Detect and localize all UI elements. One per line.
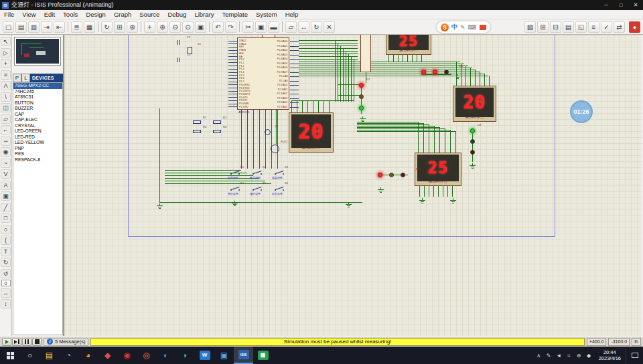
paste-icon[interactable]: ▬ bbox=[268, 21, 279, 33]
menu-edit[interactable]: Edit bbox=[40, 10, 59, 19]
resistor-pack[interactable] bbox=[360, 35, 371, 72]
led-red-off-icon[interactable] bbox=[444, 70, 449, 74]
ime-pen-icon[interactable]: ✎ bbox=[460, 24, 466, 31]
capacitor[interactable] bbox=[177, 40, 180, 45]
wps-icon[interactable]: W bbox=[195, 347, 214, 364]
ime-keyboard-icon[interactable]: ⌨ bbox=[468, 24, 477, 31]
transistor[interactable] bbox=[265, 129, 271, 135]
push-button[interactable] bbox=[230, 186, 240, 191]
pan-center-icon[interactable]: + bbox=[144, 21, 155, 33]
seven-segment-display-south[interactable]: 25ABCDEFG DP 1 2 bbox=[415, 153, 461, 186]
voltage-probe-icon[interactable]: V bbox=[1, 169, 11, 179]
mcu-at89c51[interactable]: XTAL1XTAL2RSTPSENALEEAP1.0P1.1P1.2P1.3P1… bbox=[237, 37, 289, 110]
resistor-pack[interactable] bbox=[262, 35, 275, 38]
push-button[interactable] bbox=[253, 170, 262, 175]
pick-devices-button[interactable]: P bbox=[13, 74, 21, 82]
screen-record-icon[interactable]: ● bbox=[629, 21, 640, 33]
toggle-origin-icon[interactable]: ⊕ bbox=[127, 21, 138, 33]
isis-proteus-icon[interactable]: ISIS bbox=[234, 347, 253, 364]
rotate-clockwise-icon[interactable]: ↻ bbox=[1, 258, 11, 267]
start-button[interactable] bbox=[0, 347, 20, 364]
tape-recorder-icon[interactable]: ◉ bbox=[1, 147, 11, 157]
thunder-icon[interactable]: ◆ bbox=[98, 347, 117, 364]
mark-output-area-icon[interactable]: ▦ bbox=[84, 21, 95, 33]
graph-mode-icon[interactable]: ∼ bbox=[1, 136, 11, 146]
redo-icon[interactable]: ↷ bbox=[225, 21, 236, 33]
2d-text-icon[interactable]: T bbox=[1, 247, 11, 256]
seven-segment-display-east[interactable]: 20ABCDEFG DP 1 2 bbox=[453, 86, 496, 122]
zoom-to-child-icon[interactable]: ◱ bbox=[575, 21, 587, 33]
play-button[interactable] bbox=[2, 338, 11, 346]
device-item[interactable]: BUTTON bbox=[13, 100, 62, 106]
firefox-icon[interactable]: ◕ bbox=[78, 347, 98, 364]
resistor[interactable] bbox=[193, 120, 201, 124]
ime-language-indicator[interactable]: 中 bbox=[451, 23, 457, 31]
schematic-canvas[interactable]: XTAL1XTAL2RSTPSENALEEAP1.0P1.1P1.2P1.3P1… bbox=[64, 35, 642, 336]
device-item[interactable]: PNP bbox=[13, 146, 62, 152]
led-yellow-off-icon[interactable] bbox=[389, 173, 394, 177]
component-mode-icon[interactable]: ▷ bbox=[1, 48, 11, 58]
open-file-icon[interactable]: ▤ bbox=[15, 21, 27, 33]
device-item[interactable]: RES bbox=[13, 151, 62, 157]
toggle-grid-icon[interactable]: ⊞ bbox=[114, 21, 125, 33]
menu-help[interactable]: Help bbox=[281, 10, 303, 19]
text-script-icon[interactable]: A bbox=[1, 81, 11, 90]
led-green-on-icon[interactable] bbox=[359, 106, 364, 110]
mail-icon[interactable]: ▣ bbox=[214, 347, 234, 364]
menu-tools[interactable]: Tools bbox=[59, 10, 82, 19]
zoom-in-icon[interactable]: ⊕ bbox=[157, 21, 168, 33]
device-item[interactable]: RESPACK-8 bbox=[13, 157, 62, 163]
ime-bar[interactable]: S 中 ✎ ⌨ bbox=[437, 21, 490, 33]
ime-toolbox-icon[interactable] bbox=[480, 25, 486, 30]
seven-segment-display-north[interactable]: 25ABCDEFG DP 1 2 bbox=[386, 35, 431, 55]
2d-line-icon[interactable]: ╱ bbox=[1, 203, 11, 212]
library-manage-button[interactable]: L bbox=[21, 74, 30, 82]
menu-debug[interactable]: Debug bbox=[163, 10, 190, 19]
terminals-mode-icon[interactable]: ▱ bbox=[1, 114, 11, 124]
device-item[interactable]: 74HC245 bbox=[13, 89, 62, 95]
generator-mode-icon[interactable]: ~ bbox=[1, 159, 11, 168]
menu-design[interactable]: Design bbox=[82, 10, 110, 19]
tray-network-icon[interactable]: ≈ bbox=[564, 347, 574, 364]
menu-library[interactable]: Library bbox=[190, 10, 218, 19]
netlist-transfer-icon[interactable]: ⇄ bbox=[614, 21, 625, 33]
block-move-icon[interactable]: ↔ bbox=[298, 21, 309, 33]
search-icon[interactable]: ○ bbox=[20, 347, 40, 364]
led-red-off-icon[interactable] bbox=[401, 173, 405, 177]
undo-icon[interactable]: ↶ bbox=[212, 21, 224, 33]
crystal[interactable] bbox=[188, 47, 192, 54]
tray-expand-icon[interactable]: ∧ bbox=[534, 347, 544, 364]
led-red-on-icon[interactable] bbox=[378, 173, 382, 177]
wire-label-icon[interactable]: ≡ bbox=[1, 70, 11, 80]
menu-file[interactable]: File bbox=[0, 10, 18, 19]
tray-volume-icon[interactable]: ◄ bbox=[554, 347, 564, 364]
message-area[interactable]: i 5 Message(s) bbox=[44, 338, 88, 346]
menu-source[interactable]: Source bbox=[135, 10, 163, 19]
led-green-off-icon[interactable] bbox=[470, 139, 475, 144]
pause-button[interactable] bbox=[22, 338, 31, 346]
print-icon[interactable]: ≣ bbox=[71, 21, 82, 33]
push-button[interactable] bbox=[275, 170, 284, 175]
device-item[interactable]: CAP bbox=[13, 112, 62, 118]
current-probe-icon[interactable]: A bbox=[1, 181, 11, 190]
zoom-area-icon[interactable]: ▣ bbox=[195, 21, 206, 33]
step-button[interactable] bbox=[12, 338, 21, 346]
mirror-vertical-icon[interactable]: ↕ bbox=[1, 299, 11, 308]
device-item[interactable]: LED-GREEN bbox=[13, 128, 62, 134]
qq-browser-icon[interactable]: ◐ bbox=[156, 347, 175, 364]
2d-arc-icon[interactable]: ( bbox=[1, 236, 11, 245]
tray-shield-icon[interactable]: ◆ bbox=[584, 347, 594, 364]
goto-sheet-icon[interactable]: ▤ bbox=[563, 21, 574, 33]
netease-music-icon[interactable]: ◉ bbox=[117, 347, 137, 364]
virtual-instruments-icon[interactable]: ▣ bbox=[1, 191, 11, 201]
2d-circle-icon[interactable]: ○ bbox=[1, 225, 11, 234]
sogou-icon[interactable]: ◎ bbox=[137, 347, 156, 364]
device-pins-mode-icon[interactable]: ⌐ bbox=[1, 125, 11, 134]
maximize-button[interactable]: □ bbox=[614, 0, 628, 10]
block-copy-icon[interactable]: ▱ bbox=[285, 21, 297, 33]
resistor[interactable] bbox=[213, 130, 221, 133]
led-red-on-icon[interactable] bbox=[433, 70, 437, 74]
block-rotate-icon[interactable]: ↻ bbox=[311, 21, 322, 33]
wps-sheet-icon[interactable]: ▦ bbox=[253, 347, 273, 364]
taskbar-clock[interactable]: 20:44 2023/4/16 bbox=[594, 349, 626, 361]
